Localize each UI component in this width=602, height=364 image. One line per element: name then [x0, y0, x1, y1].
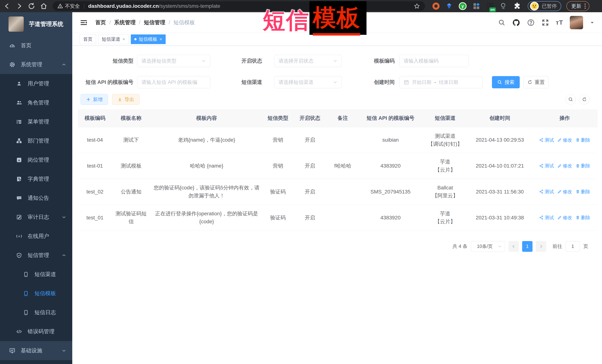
breadcrumb-home[interactable]: 首页	[95, 19, 106, 26]
col-api-template-id: 短信 API 的模板编号	[358, 109, 422, 127]
start-date-placeholder[interactable]: 开始日期	[412, 79, 431, 85]
close-icon[interactable]: ×	[160, 37, 162, 42]
test-link[interactable]: 测试	[539, 188, 554, 195]
status-select[interactable]: 请选择开启状态	[274, 55, 342, 67]
back-icon[interactable]	[3, 2, 11, 10]
sidebar-logo-row[interactable]: 芋道管理系统	[0, 12, 72, 36]
download-icon	[118, 97, 122, 102]
sidebar-item-sms[interactable]: 短信管理	[0, 246, 72, 265]
sidebar-item-label: 用户管理	[28, 80, 49, 87]
sms-type-select[interactable]: 请选择短信类型	[137, 55, 210, 67]
sidebar-item-sms-log[interactable]: 短信日志	[0, 303, 72, 322]
github-icon[interactable]	[512, 19, 520, 27]
sidebar-item-posts[interactable]: 岗位管理	[0, 150, 72, 169]
delete-link[interactable]: 删除	[576, 214, 590, 221]
ext-search-icon[interactable]	[500, 2, 508, 10]
close-icon[interactable]: ×	[122, 37, 125, 42]
export-button[interactable]: 导出	[112, 94, 140, 105]
not-secure-warning[interactable]: 不安全	[57, 3, 80, 10]
header-search-icon[interactable]	[498, 19, 505, 26]
chevron-down-icon	[333, 80, 338, 85]
breadcrumb-sms[interactable]: 短信管理	[144, 19, 165, 26]
sidebar-item-home[interactable]: 首页	[0, 36, 72, 55]
bookmark-star-icon[interactable]	[414, 3, 420, 10]
sidebar-item-departments[interactable]: 部门管理	[0, 131, 72, 150]
address-bar[interactable]: 不安全 dashboard.yudao.iocoder.cn/system/sm…	[53, 1, 425, 11]
channel-select[interactable]: 请选择短信渠道	[274, 76, 342, 88]
test-link[interactable]: 测试	[539, 214, 554, 221]
sidebar-item-online-users[interactable]: A 在线用户	[0, 227, 72, 246]
extensions-puzzle-icon[interactable]	[513, 2, 521, 10]
page-size-select[interactable]: 10条/页	[471, 241, 505, 252]
tag-label: 短信模板	[139, 36, 157, 42]
chevron-down-icon	[201, 59, 206, 63]
date-range-picker[interactable]: 开始日期 - 结束日期	[399, 76, 483, 88]
font-size-icon[interactable]: тT	[556, 19, 563, 26]
next-page-button[interactable]	[536, 241, 546, 252]
delete-link[interactable]: 删除	[576, 188, 590, 195]
sidebar-item-label: 短信管理	[28, 252, 49, 259]
breadcrumb: 首页 / 系统管理 / 短信管理 / 短信模板	[95, 19, 195, 26]
sidebar-item-users[interactable]: 用户管理	[0, 74, 72, 93]
browser-update-button[interactable]: 更新	[566, 1, 589, 11]
svg-text:A: A	[18, 235, 20, 238]
api-template-id-input[interactable]	[141, 79, 206, 85]
edit-link[interactable]: 修改	[557, 214, 572, 221]
fullscreen-icon[interactable]	[541, 19, 549, 26]
caret-down-icon[interactable]	[590, 20, 595, 25]
shield-check-icon	[15, 252, 23, 258]
browser-menu-icon[interactable]	[585, 3, 586, 9]
profile-paused-label: 已暂停	[542, 3, 557, 10]
toggle-search-button[interactable]	[566, 94, 576, 104]
breadcrumb-separator: /	[109, 20, 111, 26]
chevron-down-icon	[62, 215, 66, 219]
template-code-input[interactable]	[404, 58, 464, 64]
tag-sms-template[interactable]: 短信模板 ×	[131, 34, 166, 44]
sidebar-item-menus[interactable]: 菜单管理	[0, 112, 72, 131]
refresh-table-button[interactable]	[579, 94, 589, 104]
edit-link[interactable]: 修改	[557, 162, 572, 169]
page-number-1[interactable]: 1	[522, 241, 533, 252]
tag-home[interactable]: 首页	[80, 34, 96, 44]
forward-icon[interactable]	[16, 2, 23, 10]
delete-link[interactable]: 删除	[576, 136, 590, 144]
tag-sms-channel[interactable]: 短信渠道 ×	[98, 34, 129, 44]
tags-view-bar: 首页 短信渠道 × 短信模板 ×	[72, 33, 602, 46]
sidebar-item-sms-template[interactable]: 短信模板	[0, 284, 72, 303]
browser-profile-chip[interactable]: 已暂停	[528, 1, 561, 11]
edit-link[interactable]: 修改	[557, 188, 572, 195]
help-icon[interactable]	[527, 19, 535, 26]
edit-link[interactable]: 修改	[557, 136, 572, 144]
breadcrumb-system[interactable]: 系统管理	[114, 19, 136, 26]
ext-grid-icon[interactable]	[473, 2, 480, 10]
sidebar-item-dict[interactable]: 字典管理	[0, 169, 72, 188]
sidebar-collapse-icon[interactable]	[80, 19, 88, 27]
test-link[interactable]: 测试	[539, 162, 554, 169]
profile-avatar-icon	[529, 1, 539, 11]
sidebar-item-sms-channel[interactable]: 短信渠道	[0, 265, 72, 284]
ext-list-on-icon[interactable]: on	[486, 2, 494, 10]
goto-page-input[interactable]	[566, 241, 580, 252]
sidebar-item-audit-log[interactable]: 审计日志	[0, 208, 72, 227]
add-button[interactable]: 新增	[81, 94, 108, 105]
search-button[interactable]: 搜索	[492, 76, 520, 88]
test-link[interactable]: 测试	[539, 136, 554, 144]
sidebar-item-roles[interactable]: 角色管理	[0, 93, 72, 112]
sidebar-item-notice[interactable]: 通知公告	[0, 188, 72, 208]
ext-y-circle-icon[interactable]: y	[458, 2, 467, 10]
channel-label: 短信渠道	[210, 76, 262, 88]
ext-gem-icon[interactable]	[445, 2, 453, 10]
ext-donut-icon[interactable]	[432, 2, 440, 10]
table-row: test-01 测试模板 哈哈哈 {name} 营销 开启 f哈哈哈 43839…	[78, 153, 598, 179]
end-date-placeholder[interactable]: 结束日期	[439, 79, 458, 85]
update-label: 更新	[571, 3, 581, 10]
prev-page-button[interactable]	[508, 241, 519, 252]
sidebar-item-infrastructure[interactable]: 基础设施	[0, 341, 72, 360]
home-icon[interactable]	[40, 2, 47, 10]
sidebar-item-error-code[interactable]: 错误码管理	[0, 322, 72, 341]
delete-link[interactable]: 删除	[576, 162, 590, 169]
sidebar-item-system[interactable]: 系统管理	[0, 55, 72, 74]
reset-button[interactable]: 重置	[523, 76, 548, 88]
reload-icon[interactable]	[28, 2, 35, 10]
user-avatar[interactable]	[570, 16, 583, 29]
